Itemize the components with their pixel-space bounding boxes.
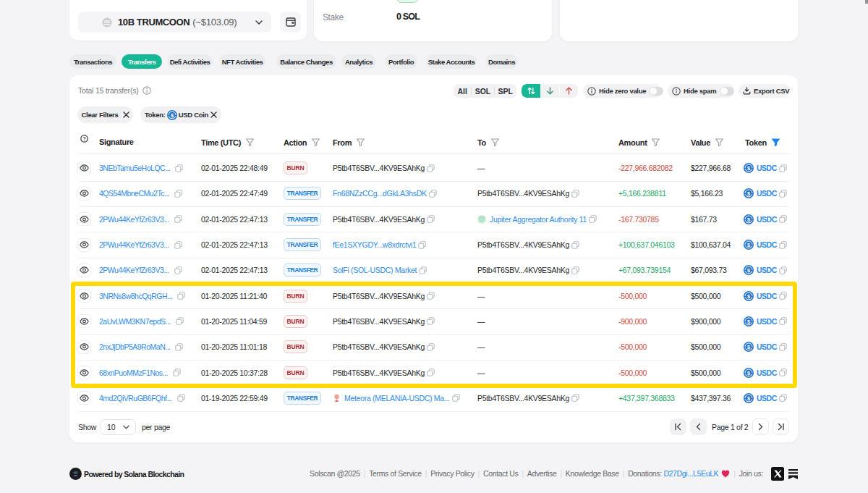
svg-text:$: $ xyxy=(747,267,750,274)
svg-text:$: $ xyxy=(747,242,750,248)
svg-text:$: $ xyxy=(747,165,750,172)
svg-text:$: $ xyxy=(171,111,174,118)
svg-text:$: $ xyxy=(747,190,750,197)
svg-text:$: $ xyxy=(747,216,750,222)
svg-text:$: $ xyxy=(747,395,750,402)
svg-text:?: ? xyxy=(83,136,86,141)
